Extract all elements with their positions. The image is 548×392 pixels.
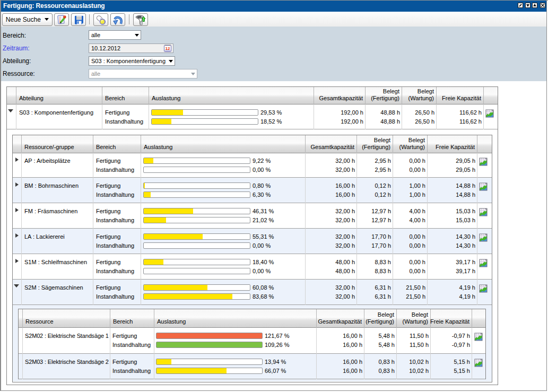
svg-text:12: 12 bbox=[166, 46, 170, 51]
